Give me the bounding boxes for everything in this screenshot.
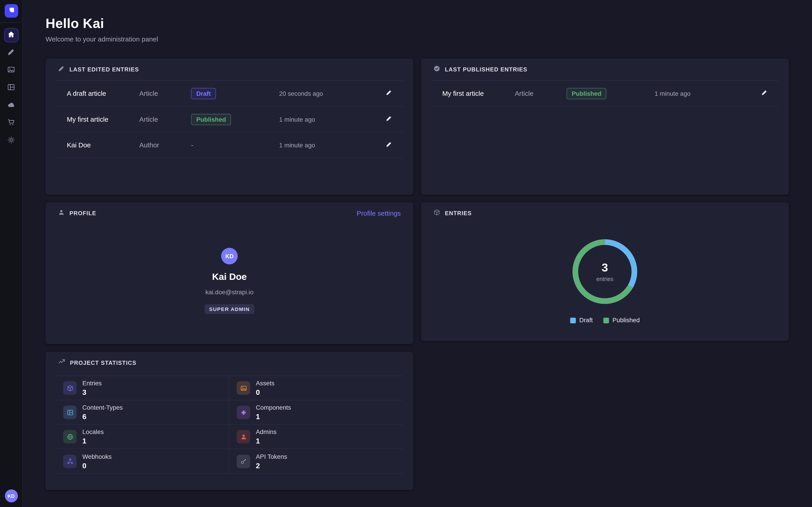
user-avatar[interactable]: KD bbox=[5, 490, 17, 502]
pencil-icon bbox=[386, 141, 392, 149]
last-edited-header: LAST EDITED ENTRIES bbox=[46, 58, 413, 80]
strapi-admin-dashboard: KD Hello Kai Welcome to your administrat… bbox=[0, 0, 812, 507]
stat-value: 1 bbox=[256, 437, 276, 445]
legend-item-published: Published bbox=[603, 317, 640, 324]
legend-label: Published bbox=[612, 317, 640, 324]
main-content: Hello Kai Welcome to your administration… bbox=[23, 0, 812, 507]
status-badge: Published bbox=[567, 88, 607, 99]
check-circle-icon bbox=[434, 65, 440, 74]
content-types-icon bbox=[63, 406, 77, 419]
api-tokens-icon bbox=[237, 454, 250, 468]
entry-name: My first article bbox=[67, 115, 139, 123]
stats-table: Entries 3 Assets 0 bbox=[56, 376, 403, 474]
stat-label: Admins bbox=[256, 428, 276, 436]
sidebar-nav bbox=[4, 28, 18, 148]
pencil-icon bbox=[58, 65, 65, 74]
card-title: LAST EDITED ENTRIES bbox=[69, 66, 139, 72]
entry-kind: Article bbox=[515, 90, 567, 97]
sidebar-item-marketplace[interactable] bbox=[4, 116, 18, 130]
home-icon bbox=[7, 31, 15, 40]
stat-label: Webhooks bbox=[82, 453, 112, 460]
entries-count-label: entries bbox=[596, 276, 613, 282]
stat-api-tokens: API Tokens 2 bbox=[230, 449, 403, 473]
entry-time: 20 seconds ago bbox=[279, 90, 382, 97]
logo-section bbox=[0, 0, 22, 23]
page-title: Hello Kai bbox=[46, 15, 789, 32]
pencil-icon bbox=[761, 90, 768, 97]
cart-icon bbox=[7, 118, 15, 128]
stat-label: Components bbox=[256, 404, 291, 411]
sidebar-item-content-type-builder[interactable] bbox=[4, 81, 18, 95]
last-edited-entries-card: LAST EDITED ENTRIES A draft article Arti… bbox=[46, 58, 413, 194]
assets-icon bbox=[237, 381, 250, 395]
edit-entry-button[interactable] bbox=[382, 138, 396, 152]
sidebar: KD bbox=[0, 0, 23, 507]
stat-locales: Locales 1 bbox=[56, 425, 230, 449]
stat-label: Entries bbox=[82, 380, 102, 387]
edit-entry-button[interactable] bbox=[758, 87, 771, 100]
entry-kind: Article bbox=[139, 90, 191, 97]
edit-entry-button[interactable] bbox=[382, 87, 396, 100]
card-title: PROFILE bbox=[69, 210, 96, 216]
entries-header: ENTRIES bbox=[421, 202, 789, 224]
pencil-icon bbox=[386, 90, 392, 97]
table-row: My first article Article Published 1 min… bbox=[56, 107, 403, 132]
profile-header: PROFILE Profile settings bbox=[46, 202, 413, 224]
profile-email: kai.doe@strapi.io bbox=[205, 289, 253, 296]
role-badge: SUPER ADMIN bbox=[204, 304, 254, 314]
cube-icon bbox=[434, 209, 440, 218]
last-published-entries-card: LAST PUBLISHED ENTRIES My first article … bbox=[421, 58, 789, 194]
table-row: My first article Article Published 1 min… bbox=[431, 81, 778, 107]
sidebar-item-home[interactable] bbox=[4, 28, 18, 42]
entries-count: 3 bbox=[602, 261, 608, 275]
stat-value: 0 bbox=[256, 388, 274, 396]
sidebar-item-media-library[interactable] bbox=[4, 63, 18, 77]
webhooks-icon bbox=[63, 454, 77, 468]
entry-time: 1 minute ago bbox=[279, 142, 382, 149]
locales-icon bbox=[63, 430, 77, 443]
pencil-icon bbox=[386, 115, 392, 123]
published-swatch bbox=[603, 318, 609, 323]
stat-webhooks: Webhooks 0 bbox=[56, 449, 230, 473]
stat-content-types: Content-Types 6 bbox=[56, 400, 230, 425]
stat-label: Content-Types bbox=[82, 404, 123, 411]
edit-entry-button[interactable] bbox=[382, 112, 396, 126]
entries-card: ENTRIES 3 entries bbox=[421, 202, 789, 341]
draft-swatch bbox=[570, 318, 576, 323]
card-title: ENTRIES bbox=[445, 210, 472, 216]
last-edited-table: A draft article Article Draft 20 seconds… bbox=[56, 80, 403, 158]
components-icon bbox=[237, 406, 250, 419]
page-subtitle: Welcome to your administration panel bbox=[46, 35, 789, 43]
legend-item-draft: Draft bbox=[570, 317, 593, 324]
stat-value: 0 bbox=[82, 461, 112, 469]
stat-entries: Entries 3 bbox=[56, 376, 230, 400]
sidebar-item-settings[interactable] bbox=[4, 133, 18, 148]
stat-value: 2 bbox=[256, 461, 287, 469]
profile-body: KD Kai Doe kai.doe@strapi.io SUPER ADMIN bbox=[46, 224, 413, 314]
status-badge: Published bbox=[191, 114, 231, 125]
cloud-icon bbox=[7, 101, 15, 110]
card-title: PROJECT STATISTICS bbox=[70, 360, 137, 366]
admins-icon bbox=[237, 430, 250, 443]
layout-icon bbox=[7, 83, 15, 93]
entry-kind: Article bbox=[139, 115, 191, 123]
stat-value: 3 bbox=[82, 388, 102, 396]
dashboard-grid: LAST EDITED ENTRIES A draft article Arti… bbox=[46, 58, 789, 490]
strapi-logo-icon bbox=[7, 6, 15, 16]
stat-value: 1 bbox=[256, 412, 291, 421]
profile-settings-link[interactable]: Profile settings bbox=[357, 209, 401, 217]
strapi-logo[interactable] bbox=[4, 4, 18, 17]
status-empty: - bbox=[191, 141, 279, 149]
entry-kind: Author bbox=[139, 141, 191, 149]
pen-icon bbox=[7, 48, 15, 57]
sidebar-item-content-manager[interactable] bbox=[4, 46, 18, 60]
entry-name: My first article bbox=[442, 90, 515, 97]
status-badge: Draft bbox=[191, 88, 216, 99]
entry-time: 1 minute ago bbox=[279, 116, 382, 123]
stat-assets: Assets 0 bbox=[230, 376, 403, 400]
entry-name: A draft article bbox=[67, 90, 139, 97]
project-statistics-header: PROJECT STATISTICS bbox=[46, 352, 413, 374]
profile-name: Kai Doe bbox=[212, 272, 247, 282]
last-published-table: My first article Article Published 1 min… bbox=[431, 80, 778, 107]
sidebar-item-cloud[interactable] bbox=[4, 98, 18, 113]
